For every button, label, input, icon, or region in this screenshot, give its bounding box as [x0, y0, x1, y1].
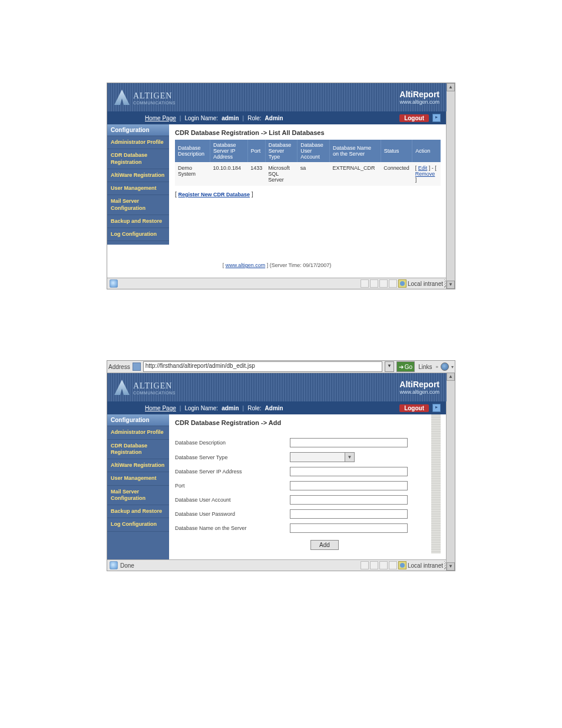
sidebar-item-user-management[interactable]: User Management [107, 182, 169, 195]
login-name-label: Login Name: [184, 405, 218, 411]
sidebar-item-cdr-registration[interactable]: CDR Database Registration [107, 149, 169, 169]
status-cell [361, 279, 369, 288]
vertical-scrollbar[interactable] [446, 83, 455, 289]
logout-arrow-icon[interactable]: ▸ [432, 114, 441, 122]
go-button[interactable]: ➔Go [396, 361, 415, 372]
home-page-link[interactable]: Home Page [145, 115, 176, 121]
status-text: Done [120, 562, 134, 569]
input-desc[interactable] [290, 438, 408, 447]
sidebar-item-altiware-registration[interactable]: AltiWare Registration [107, 169, 169, 182]
sidebar-item-backup-restore[interactable]: Backup and Restore [107, 505, 169, 518]
vertical-scrollbar[interactable] [446, 373, 455, 571]
brand-url: www.altigen.com [399, 389, 439, 395]
form-row-ip: Database Server IP Address [175, 465, 431, 479]
address-label: Address [108, 364, 130, 370]
sidebar-item-user-management[interactable]: User Management [107, 472, 169, 485]
address-bar: Address http://firsthand/altireport/admi… [107, 361, 455, 373]
sidebar-item-cdr-registration[interactable]: CDR Database Registration [107, 440, 169, 460]
form-row-dbname: Database Name on the Server [175, 521, 431, 535]
input-ip[interactable] [290, 467, 408, 476]
label-type: Database Server Type [175, 454, 290, 460]
add-button[interactable]: Add [310, 540, 339, 550]
col-port: Port [247, 140, 265, 162]
status-cell [389, 561, 397, 569]
config-sidebar: Configuration Administrator Profile CDR … [107, 414, 169, 559]
col-ip: Database Server IP Address [210, 140, 247, 162]
status-cell [370, 561, 378, 569]
edit-link[interactable]: Edit [418, 165, 428, 171]
logout-button[interactable]: Logout [399, 114, 429, 122]
home-page-link[interactable]: Home Page [145, 405, 176, 411]
sidebar-header: Configuration [107, 124, 169, 136]
links-label[interactable]: Links [417, 364, 433, 370]
scroll-down-icon[interactable] [447, 281, 455, 289]
label-port: Port [175, 483, 290, 489]
security-zone-label: Local intranet [408, 562, 443, 569]
scroll-up-icon[interactable] [447, 373, 455, 381]
browser-status-bar: Done Local intranet [107, 559, 455, 571]
select-type[interactable]: ▼ [290, 452, 355, 462]
cell-action: [ Edit ] - [ Remove ] [412, 162, 441, 186]
form-row-pass: Database User Password [175, 507, 431, 521]
login-name-value: admin [222, 405, 239, 411]
address-dropdown-icon[interactable]: ▼ [385, 361, 394, 372]
altigen-logo: ALTIGEN COMMUNICATIONS [114, 90, 176, 105]
footer-link[interactable]: www.altigen.com [226, 262, 266, 268]
cell-port: 1433 [247, 162, 265, 186]
page-icon [133, 363, 141, 371]
sidebar-item-mail-server[interactable]: Mail Server Configuration [107, 486, 169, 506]
form-row-desc: Database Description [175, 436, 431, 450]
input-port[interactable] [290, 481, 408, 490]
logo-text: ALTIGEN [133, 91, 176, 101]
security-zone-icon [398, 279, 406, 288]
screenshot-list-databases: ALTIGEN COMMUNICATIONS AltiReport www.al… [107, 83, 455, 289]
globe-dropdown-icon[interactable]: ▾ [451, 364, 454, 370]
remove-link[interactable]: Remove [415, 171, 435, 177]
logout-button[interactable]: Logout [399, 404, 429, 412]
role-value: Admin [265, 405, 283, 411]
scroll-down-icon[interactable] [447, 562, 455, 571]
status-cell [379, 561, 388, 569]
label-desc: Database Description [175, 440, 290, 446]
ie-page-icon [110, 279, 118, 288]
logo-mark-icon [114, 380, 130, 395]
sidebar-item-log-config[interactable]: Log Configuration [107, 518, 169, 531]
status-cell [370, 279, 378, 288]
sub-header-bar: Home Page | Login Name: admin | Role: Ad… [107, 401, 447, 414]
scroll-up-icon[interactable] [447, 83, 455, 91]
address-input[interactable]: http://firsthand/altireport/admin/db_edi… [143, 361, 382, 372]
sidebar-item-admin-profile[interactable]: Administrator Profile [107, 426, 169, 439]
form-row-user: Database User Account [175, 493, 431, 507]
status-cell [389, 279, 397, 288]
sidebar-item-admin-profile[interactable]: Administrator Profile [107, 136, 169, 149]
globe-icon[interactable] [441, 363, 449, 371]
brand-title: AltiReport [399, 380, 439, 389]
sidebar-item-altiware-registration[interactable]: AltiWare Registration [107, 459, 169, 472]
col-dbname: Database Name on the Server [329, 140, 381, 162]
role-value: Admin [265, 115, 283, 121]
col-status: Status [381, 140, 412, 162]
input-dbname[interactable] [290, 523, 408, 533]
brand-block: AltiReport www.altigen.com [399, 380, 439, 395]
role-label: Role: [247, 115, 261, 121]
form-row-type: Database Server Type ▼ [175, 450, 431, 465]
hatched-decoration [431, 414, 441, 554]
sidebar-item-backup-restore[interactable]: Backup and Restore [107, 215, 169, 228]
sidebar-item-log-config[interactable]: Log Configuration [107, 228, 169, 241]
altigen-logo: ALTIGEN COMMUNICATIONS [114, 380, 176, 395]
ie-page-icon [110, 561, 118, 569]
logout-arrow-icon[interactable]: ▸ [432, 404, 441, 412]
input-pass[interactable] [290, 509, 408, 519]
page-title: CDR Database Registration -> Add [175, 414, 431, 430]
login-name-value: admin [222, 115, 239, 121]
cell-user: sa [297, 162, 330, 186]
status-cell [379, 279, 388, 288]
config-sidebar: Configuration Administrator Profile CDR … [107, 124, 169, 245]
input-user[interactable] [290, 495, 408, 505]
register-new-db-link[interactable]: Register New CDR Database [178, 192, 250, 197]
sidebar-item-mail-server[interactable]: Mail Server Configuration [107, 195, 169, 215]
app-banner: ALTIGEN COMMUNICATIONS AltiReport www.al… [107, 373, 447, 401]
links-chevron-icon[interactable]: » [436, 364, 438, 370]
page-footer: [ www.altigen.com ] (Server Time: 09/17/… [107, 245, 447, 278]
col-desc: Database Description [175, 140, 210, 162]
